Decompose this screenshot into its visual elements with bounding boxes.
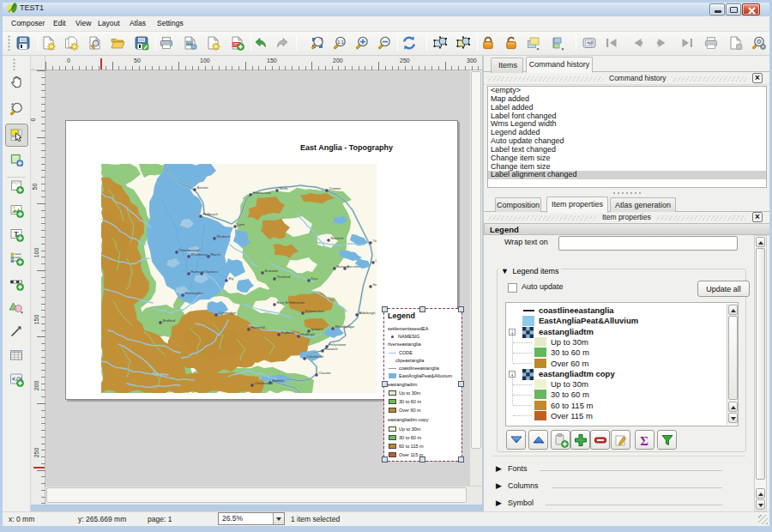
svg-text:Cromer: Cromer — [329, 186, 342, 190]
svg-text:Lynn: Lynn — [238, 222, 246, 227]
svg-text:Clacton: Clacton — [319, 371, 332, 375]
svg-text:Beccles: Beccles — [347, 264, 360, 269]
svg-text:Brandon: Brandon — [265, 269, 280, 273]
svg-text:Haverhill: Haverhill — [251, 325, 265, 329]
svg-text:Ipswich: Ipswich — [311, 327, 324, 331]
svg-text:Sudbury: Sudbury — [281, 330, 296, 335]
svg-text:Woodbridge: Woodbridge — [335, 324, 355, 329]
svg-text:March: March — [211, 252, 221, 257]
svg-text:Aldeburgh: Aldeburgh — [359, 311, 377, 315]
svg-text:Wells: Wells — [280, 186, 288, 190]
svg-text:Colchester: Colchester — [307, 354, 325, 359]
svg-text:Cambridge: Cambridge — [219, 311, 237, 315]
svg-text:Hunstanton: Hunstanton — [253, 190, 272, 195]
svg-text:Ely: Ely — [229, 276, 235, 281]
svg-text:Lowestoft: Lowestoft — [376, 258, 377, 263]
svg-text:Ramsey: Ramsey — [191, 269, 205, 274]
svg-text:Diss: Diss — [311, 276, 318, 281]
svg-text:Wisbech: Wisbech — [217, 234, 232, 239]
svg-text:Huntingdon: Huntingdon — [185, 291, 204, 295]
svg-text:Σ: Σ — [640, 434, 648, 448]
svg-text:Maldon: Maldon — [273, 378, 285, 383]
svg-text:Holbeach: Holbeach — [203, 212, 219, 216]
svg-text:Bury St Edmunds: Bury St Edmunds — [277, 300, 305, 305]
svg-text:1:1: 1:1 — [337, 39, 344, 45]
svg-text:Whittlesey: Whittlesey — [191, 252, 208, 257]
svg-text:Harwich: Harwich — [325, 347, 339, 351]
svg-text:Norwich: Norwich — [331, 236, 345, 240]
svg-text:Thetford: Thetford — [277, 275, 291, 279]
svg-text:Southwold: Southwold — [373, 282, 377, 287]
svg-text:Yarmouth: Yarmouth — [373, 239, 377, 243]
svg-text:Chatteris: Chatteris — [204, 269, 219, 274]
svg-text:Bedford: Bedford — [163, 318, 176, 323]
svg-text:Stowmarket: Stowmarket — [305, 309, 325, 313]
svg-text:Boston: Boston — [197, 185, 209, 190]
